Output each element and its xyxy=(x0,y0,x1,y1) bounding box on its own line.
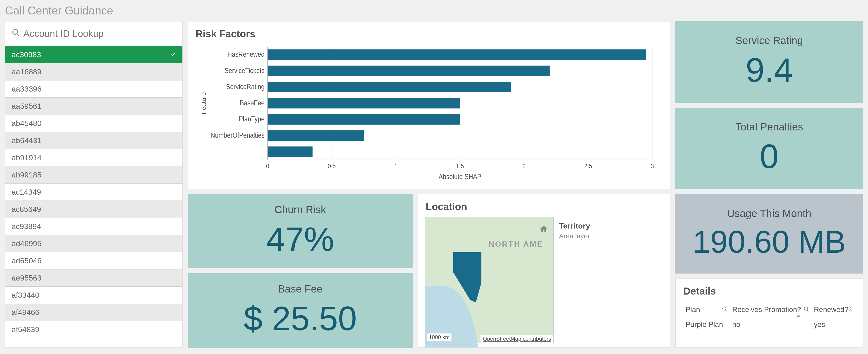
account-item[interactable]: aa16889 xyxy=(5,63,182,80)
map-scale: 1000 km xyxy=(427,333,452,341)
svg-rect-28 xyxy=(268,146,313,157)
risk-factors-title: Risk Factors xyxy=(195,28,662,40)
svg-text:Feature: Feature xyxy=(200,92,207,114)
account-id: ab45480 xyxy=(11,119,41,128)
account-item[interactable]: af54839 xyxy=(5,321,182,338)
account-list[interactable]: ac30983aa16889aa33396aa59561ab45480ab644… xyxy=(5,46,182,348)
account-item[interactable]: af49466 xyxy=(5,304,182,321)
account-id: ad65046 xyxy=(11,256,41,265)
account-id: ac93894 xyxy=(11,222,41,231)
account-id: aa33396 xyxy=(11,84,41,93)
total-penalties-value: 0 xyxy=(760,137,779,176)
account-item[interactable]: ad46995 xyxy=(5,235,182,252)
svg-text:PlanType: PlanType xyxy=(239,115,265,123)
account-search-label: Account ID Lookup xyxy=(23,28,104,39)
churn-risk-value: 47% xyxy=(266,220,334,259)
base-fee-value: $ 25.50 xyxy=(244,299,357,338)
service-rating-card: Service Rating 9.4 xyxy=(675,21,863,103)
details-col-renewed[interactable]: Renewed? xyxy=(812,302,855,317)
details-col-promo[interactable]: Receives Promotion? xyxy=(730,302,811,317)
details-col-plan[interactable]: Plan xyxy=(683,302,730,317)
sort-asc-icon[interactable] xyxy=(796,315,801,317)
account-item[interactable]: ac14349 xyxy=(5,183,182,201)
svg-text:BaseFee: BaseFee xyxy=(240,99,265,107)
legend-title: Territory xyxy=(559,221,658,231)
search-icon[interactable] xyxy=(804,306,809,311)
risk-factors-chart[interactable]: 00.511.522.53HasRenewedServiceTicketsSer… xyxy=(197,44,661,182)
svg-text:3: 3 xyxy=(651,163,654,170)
svg-rect-22 xyxy=(268,98,460,108)
total-penalties-card: Total Penalties 0 xyxy=(675,108,863,189)
account-id: ab91914 xyxy=(11,153,41,162)
account-id: ac85649 xyxy=(11,205,41,214)
svg-text:2: 2 xyxy=(522,163,526,170)
service-rating-title: Service Rating xyxy=(735,34,803,46)
svg-rect-20 xyxy=(268,82,511,93)
map-label: NORTH AME xyxy=(489,240,543,248)
risk-factors-card: Risk Factors 00.511.522.53HasRenewedServ… xyxy=(188,21,671,189)
account-item[interactable]: aa59561 xyxy=(5,98,182,115)
base-fee-title: Base Fee xyxy=(278,283,322,295)
usage-title: Usage This Month xyxy=(727,207,811,219)
account-item[interactable]: af33440 xyxy=(5,286,182,304)
cell-promo: no xyxy=(730,317,811,332)
account-id: ab99185 xyxy=(11,171,41,179)
location-map[interactable]: NORTH AME 1000 km OpenStreetMap contribu… xyxy=(425,217,554,343)
search-icon[interactable] xyxy=(722,306,728,311)
account-item[interactable]: ad65046 xyxy=(5,252,182,269)
account-id: af33440 xyxy=(11,291,39,299)
check-icon xyxy=(170,50,176,59)
search-icon[interactable] xyxy=(847,306,853,311)
account-lookup-panel: Account ID Lookup ac30983aa16889aa33396a… xyxy=(5,21,183,348)
map-home-button[interactable] xyxy=(539,224,548,234)
svg-rect-24 xyxy=(268,114,460,125)
account-item[interactable]: ab45480 xyxy=(5,115,182,132)
map-attribution[interactable]: OpenStreetMap contributors xyxy=(480,335,553,343)
service-rating-value: 9.4 xyxy=(746,50,793,90)
svg-text:2.5: 2.5 xyxy=(584,163,592,170)
usage-value: 190.60 MB xyxy=(692,223,846,260)
location-title: Location xyxy=(426,201,662,212)
account-item[interactable]: ab99185 xyxy=(5,166,182,183)
svg-text:ServiceTickets: ServiceTickets xyxy=(224,67,265,74)
account-id: af54839 xyxy=(11,325,39,334)
location-card: Location NORTH AME 1000 km OpenStreetMap… xyxy=(418,194,671,348)
cell-renewed: yes xyxy=(812,317,855,332)
account-item[interactable]: ac93894 xyxy=(5,218,182,235)
details-card: Details Plan Receives Promotion? xyxy=(675,279,863,348)
svg-text:0.5: 0.5 xyxy=(328,163,336,170)
svg-text:NumberOfPenalties: NumberOfPenalties xyxy=(211,132,265,139)
account-item[interactable]: ac30983 xyxy=(5,46,182,63)
svg-text:Absolute SHAP: Absolute SHAP xyxy=(439,173,481,181)
account-item[interactable]: aa33396 xyxy=(5,80,182,98)
churn-risk-card: Churn Risk 47% xyxy=(188,194,413,268)
map-legend: Territory Area layer xyxy=(554,217,663,343)
account-id: ac30983 xyxy=(11,50,41,59)
account-item[interactable]: ab64431 xyxy=(5,132,182,149)
svg-text:HasRenewed: HasRenewed xyxy=(227,50,265,58)
account-item[interactable]: ac85649 xyxy=(5,201,182,218)
base-fee-card: Base Fee $ 25.50 xyxy=(188,273,413,348)
svg-rect-16 xyxy=(268,49,646,60)
page-title: Call Center Guidance xyxy=(0,0,868,21)
account-id: aa16889 xyxy=(11,67,41,76)
details-table: Plan Receives Promotion? Renewed? xyxy=(683,302,855,332)
svg-rect-18 xyxy=(268,66,550,76)
table-row[interactable]: Purple Plan no yes xyxy=(683,317,855,332)
account-id: ab64431 xyxy=(11,136,41,145)
account-id: ac14349 xyxy=(11,188,41,197)
account-item[interactable]: ab91914 xyxy=(5,149,182,166)
svg-rect-26 xyxy=(268,130,364,141)
usage-card: Usage This Month 190.60 MB xyxy=(675,194,863,274)
account-item[interactable]: ae95563 xyxy=(5,269,182,286)
account-search-header[interactable]: Account ID Lookup xyxy=(5,22,182,46)
svg-text:1: 1 xyxy=(394,163,398,170)
account-id: ae95563 xyxy=(11,274,41,282)
svg-text:0: 0 xyxy=(266,163,269,170)
churn-risk-title: Churn Risk xyxy=(275,204,326,216)
cell-plan: Purple Plan xyxy=(683,317,730,332)
svg-text:1.5: 1.5 xyxy=(456,163,464,170)
svg-text:ServiceRating: ServiceRating xyxy=(226,83,265,91)
search-icon xyxy=(11,28,20,39)
details-title: Details xyxy=(683,285,855,297)
